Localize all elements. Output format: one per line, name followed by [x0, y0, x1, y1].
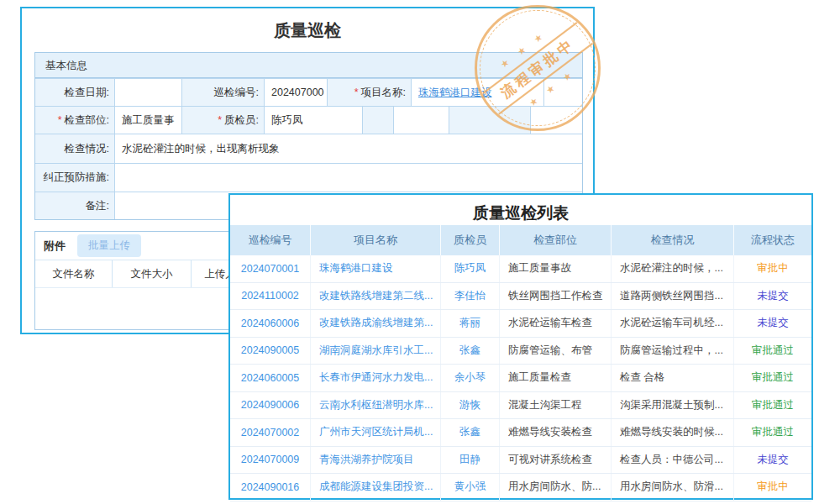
column-header: 检查情况 [612, 225, 734, 255]
form-row-situation: 检查情况: 水泥砼灌注的时候，出现离析现象 [35, 134, 582, 163]
row-inspector: 余小琴 [441, 365, 500, 391]
required-asterisk: * [354, 87, 359, 98]
situation-input[interactable]: 水泥砼灌注的时候，出现离析现象 [115, 134, 582, 163]
form-title: 质量巡检 [22, 19, 593, 42]
remark-label: 备注: [35, 192, 115, 219]
row-inspector: 田静 [441, 447, 500, 474]
row-status-badge: 审批中 [734, 255, 811, 282]
row-status-badge: 未提交 [734, 310, 811, 337]
table-row[interactable]: 2024090006云南水利枢纽潜明水库...游恢混凝土沟渠工程沟渠采用混凝土预… [230, 392, 811, 420]
row-inspect-part: 混凝土沟渠工程 [500, 392, 612, 419]
row-inspection-no-link[interactable]: 2024070001 [230, 255, 311, 282]
column-header: 检查部位 [500, 225, 612, 255]
situation-label: 检查情况: [35, 134, 115, 163]
inspect-part-input[interactable]: 施工质量事 [115, 107, 182, 134]
row-situation: 沟渠采用混凝土预制... [612, 392, 734, 419]
project-name-label: *项目名称: [328, 79, 412, 106]
empty-cell [394, 107, 449, 134]
row-inspection-no-link[interactable]: 2024060005 [230, 365, 311, 391]
row-status-badge: 审批中 [734, 474, 811, 501]
row-inspector: 陈巧凤 [441, 255, 500, 282]
batch-upload-button[interactable]: 批量上传 [77, 234, 141, 257]
basic-info-section-header: 基本信息 [35, 53, 582, 78]
project-name-cell: 珠海鹤港口建设 [412, 79, 544, 106]
row-inspection-no-link[interactable]: 2024110002 [230, 283, 311, 310]
attachment-column-header: 文件大小 [113, 260, 192, 287]
attachment-label: 附件 [44, 239, 66, 254]
inspection-table: 巡检编号项目名称质检员检查部位检查情况流程状态 2024070001珠海鹤港口建… [230, 225, 811, 498]
row-situation: 道路两侧铁丝网围挡... [612, 283, 734, 310]
row-inspect-part: 水泥砼运输车检查 [500, 310, 612, 337]
row-status-badge: 审批通过 [734, 338, 811, 365]
row-project-link[interactable]: 改建铁路成渝线增建第... [311, 310, 441, 337]
list-title: 质量巡检列表 [230, 202, 811, 224]
row-inspector: 张鑫 [441, 419, 500, 446]
form-row-measures: 纠正预防措施: [35, 163, 582, 192]
row-project-link[interactable]: 珠海鹤港口建设 [311, 255, 441, 282]
empty-field-label [363, 107, 394, 134]
row-inspection-no-link[interactable]: 2024090005 [230, 338, 311, 365]
row-situation: 水泥砼灌注的时候，... [612, 255, 734, 282]
inspect-date-label: 检查日期: [35, 79, 115, 106]
row-inspect-part: 难燃导线安装检查 [500, 419, 612, 446]
inspect-date-input[interactable] [115, 79, 182, 106]
column-header: 质检员 [441, 225, 500, 255]
empty-cell [544, 79, 582, 106]
list-header-row: 巡检编号项目名称质检员检查部位检查情况流程状态 [230, 225, 811, 255]
table-row[interactable]: 2024060005长春市伊通河水力发电...余小琴施工质量检查检查 合格审批通… [230, 365, 811, 392]
row-inspection-no-link[interactable]: 2024090016 [230, 474, 311, 501]
inspect-part-label: *检查部位: [35, 107, 115, 134]
table-row[interactable]: 2024090016成都能源建设集团投资...黄小强用水房间防水、防...用水房… [230, 474, 811, 501]
table-row[interactable]: 2024070009青海洪湖养护院项目田静可视对讲系统检查检查人员：中德公司..… [230, 447, 811, 475]
row-inspect-part: 施工质量事故 [500, 255, 612, 282]
row-inspector: 李佳怡 [441, 283, 500, 310]
row-status-badge: 审批通过 [734, 392, 811, 419]
row-inspection-no-link[interactable]: 2024090006 [230, 392, 311, 419]
row-status-badge: 未提交 [734, 283, 811, 310]
inspector-label: *质检员: [182, 107, 265, 134]
row-situation: 检查 合格 [612, 365, 734, 391]
row-project-link[interactable]: 湖南洞庭湖水库引水工... [311, 338, 441, 365]
row-inspect-part: 防腐管运输、布管 [500, 338, 612, 365]
empty-cell [531, 107, 582, 134]
row-project-link[interactable]: 改建铁路线增建第二线... [311, 283, 441, 310]
row-situation: 防腐管运输过程中，... [612, 338, 734, 365]
row-inspector: 游恢 [441, 392, 500, 419]
table-row[interactable]: 2024110002改建铁路线增建第二线...李佳怡铁丝网围挡工作检查道路两侧铁… [230, 283, 811, 311]
table-row[interactable]: 2024070002广州市天河区统计局机...张鑫难燃导线安装检查难燃导线安装的… [230, 419, 811, 447]
row-inspect-part: 铁丝网围挡工作检查 [500, 283, 612, 310]
row-project-link[interactable]: 广州市天河区统计局机... [311, 419, 441, 446]
row-situation: 难燃导线安装的时候... [612, 419, 734, 446]
attachment-column-header: 文件名称 [35, 260, 113, 287]
column-header: 项目名称 [311, 225, 441, 255]
inspection-list-window: 质量巡检列表 巡检编号项目名称质检员检查部位检查情况流程状态 202407000… [228, 193, 813, 500]
row-inspector: 黄小强 [441, 474, 500, 501]
table-row[interactable]: 2024070001珠海鹤港口建设陈巧凤施工质量事故水泥砼灌注的时候，...审批… [230, 255, 811, 283]
empty-field-label [449, 107, 531, 134]
table-row[interactable]: 2024090005湖南洞庭湖水库引水工...张鑫防腐管运输、布管防腐管运输过程… [230, 338, 811, 365]
project-name-link[interactable]: 珠海鹤港口建设 [418, 86, 492, 100]
row-inspection-no-link[interactable]: 2024070009 [230, 447, 311, 474]
row-project-link[interactable]: 青海洪湖养护院项目 [311, 447, 441, 474]
form-row-1: 检查日期: 巡检编号: 202407000 *项目名称: 珠海鹤港口建设 [35, 78, 582, 106]
row-inspection-no-link[interactable]: 2024070002 [230, 419, 311, 446]
form-row-2: *检查部位: 施工质量事 *质检员: 陈巧凤 [35, 106, 582, 134]
row-inspector: 蒋丽 [441, 310, 500, 337]
row-project-link[interactable]: 长春市伊通河水力发电... [311, 365, 441, 391]
row-situation: 用水房间防水、防滑... [612, 474, 734, 501]
table-row[interactable]: 2024060006改建铁路成渝线增建第...蒋丽水泥砼运输车检查水泥砼运输车司… [230, 310, 811, 338]
column-header: 流程状态 [734, 225, 811, 255]
row-project-link[interactable]: 成都能源建设集团投资... [311, 474, 441, 501]
row-inspection-no-link[interactable]: 2024060006 [230, 310, 311, 337]
column-header: 巡检编号 [230, 225, 311, 255]
required-asterisk: * [218, 114, 222, 126]
inspector-input[interactable]: 陈巧凤 [265, 107, 363, 134]
measures-input[interactable] [115, 164, 582, 192]
inspect-no-value: 202407000 [265, 79, 328, 106]
row-project-link[interactable]: 云南水利枢纽潜明水库... [311, 392, 441, 419]
row-inspect-part: 施工质量检查 [500, 365, 612, 391]
row-status-badge: 审批通过 [734, 365, 811, 391]
row-status-badge: 未提交 [734, 447, 811, 474]
measures-label: 纠正预防措施: [35, 164, 115, 192]
row-status-badge: 审批通过 [734, 419, 811, 446]
